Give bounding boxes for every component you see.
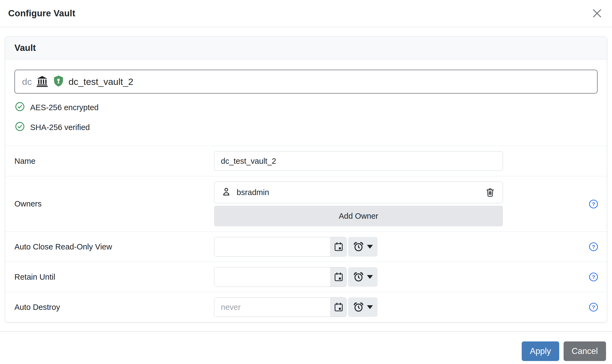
help-icon: ? <box>589 205 598 209</box>
auto-destroy-row: Auto Destroy <box>5 292 607 322</box>
auto-close-input-wrap <box>214 237 347 257</box>
auto-close-help-button[interactable]: ? <box>588 242 599 252</box>
verification-badge: SHA-256 verified <box>15 122 598 133</box>
dialog-title: Configure Vault <box>8 8 75 18</box>
help-icon: ? <box>589 248 598 252</box>
owner-name: bsradmin <box>237 188 269 197</box>
owners-label: Owners <box>14 199 214 208</box>
auto-destroy-help-button[interactable]: ? <box>588 302 599 312</box>
chevron-down-icon <box>367 245 373 249</box>
check-circle-icon <box>15 122 25 133</box>
retain-until-label: Retain Until <box>14 273 214 282</box>
delete-owner-button[interactable] <box>485 187 496 198</box>
verification-badge-label: SHA-256 verified <box>30 123 90 132</box>
auto-destroy-datetime-group <box>214 297 378 317</box>
auto-destroy-relative-time-button[interactable] <box>348 297 378 317</box>
vault-identity-box: dc <box>14 70 598 94</box>
auto-destroy-input-wrap <box>214 297 347 317</box>
cancel-button[interactable]: Cancel <box>564 341 606 361</box>
alarm-clock-icon <box>353 301 364 313</box>
auto-close-calendar-button[interactable] <box>330 237 346 256</box>
retain-until-help-button[interactable]: ? <box>588 272 599 282</box>
trash-icon <box>485 194 495 198</box>
dialog-footer: Apply Cancel <box>0 332 612 361</box>
chevron-down-icon <box>367 275 373 279</box>
vault-prefix: dc <box>22 76 32 87</box>
vault-name-text: dc_test_vault_2 <box>69 76 133 87</box>
vault-panel-header: Vault <box>5 37 607 59</box>
calendar-icon <box>333 242 344 252</box>
svg-text:?: ? <box>592 304 595 310</box>
vault-badges: AES-256 encrypted SHA-256 verified <box>14 102 598 133</box>
chevron-down-icon <box>367 305 373 309</box>
calendar-icon <box>333 302 344 312</box>
person-icon <box>221 187 231 198</box>
retain-until-calendar-button[interactable] <box>330 267 346 286</box>
bank-icon <box>36 75 48 88</box>
name-input[interactable] <box>214 151 503 171</box>
close-button[interactable] <box>590 7 604 20</box>
retain-until-relative-time-button[interactable] <box>348 267 378 287</box>
auto-destroy-input[interactable] <box>214 298 330 317</box>
encryption-badge: AES-256 encrypted <box>15 102 598 113</box>
close-icon <box>591 16 603 20</box>
configure-vault-dialog: Configure Vault Vault dc <box>0 0 612 364</box>
name-label: Name <box>14 157 214 166</box>
auto-close-datetime-group <box>214 237 378 257</box>
vault-identity-section: dc <box>5 59 607 146</box>
shield-keyhole-icon <box>52 75 64 88</box>
owners-controls: bsradmin Add Owner <box>214 181 503 226</box>
svg-text:?: ? <box>592 201 595 207</box>
dialog-header: Configure Vault <box>0 0 612 27</box>
name-row: Name <box>5 146 607 176</box>
help-icon: ? <box>589 309 598 313</box>
apply-button[interactable]: Apply <box>522 341 559 361</box>
auto-close-label: Auto Close Read-Only View <box>14 242 214 251</box>
alarm-clock-icon <box>353 241 364 252</box>
owners-row: Owners bsradmin <box>5 176 607 232</box>
owner-item: bsradmin <box>214 181 503 203</box>
retain-until-datetime-group <box>214 267 378 287</box>
svg-text:?: ? <box>592 244 595 250</box>
retain-until-row: Retain Until <box>5 262 607 292</box>
add-owner-button[interactable]: Add Owner <box>214 206 503 226</box>
retain-until-input[interactable] <box>214 267 330 286</box>
svg-text:?: ? <box>592 274 595 280</box>
alarm-clock-icon <box>353 271 364 283</box>
vault-panel: Vault dc <box>5 36 607 322</box>
auto-close-input[interactable] <box>214 237 330 256</box>
calendar-icon <box>333 272 344 282</box>
retain-until-input-wrap <box>214 267 347 287</box>
owners-help-button[interactable]: ? <box>588 199 599 209</box>
auto-destroy-label: Auto Destroy <box>14 303 214 312</box>
help-icon: ? <box>589 278 598 282</box>
check-circle-icon <box>15 102 25 113</box>
encryption-badge-label: AES-256 encrypted <box>30 103 98 112</box>
auto-close-relative-time-button[interactable] <box>348 237 378 257</box>
auto-close-row: Auto Close Read-Only View <box>5 232 607 262</box>
auto-destroy-calendar-button[interactable] <box>330 298 346 317</box>
panel-title: Vault <box>14 43 36 53</box>
